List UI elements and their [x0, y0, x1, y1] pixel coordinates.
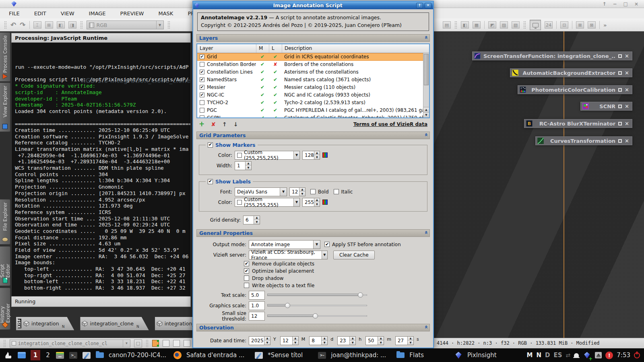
- spin-up-icon[interactable]: ▲: [350, 337, 355, 341]
- slider-thumb[interactable]: [313, 313, 318, 319]
- chevron-down-icon[interactable]: ▼: [313, 241, 320, 249]
- chevron-down-icon[interactable]: ▼: [293, 198, 299, 206]
- process-window-photometriccolorcalibration[interactable]: PhotometricColorCalibration ✕: [518, 85, 632, 94]
- section-layers[interactable]: Layers »: [196, 34, 430, 42]
- general-checkbox[interactable]: [244, 276, 249, 281]
- menu-image[interactable]: IMAGE: [89, 10, 106, 16]
- label-color-dropdown[interactable]: Custom (255,255,255) ▼: [235, 198, 300, 207]
- dialog-close-icon[interactable]: ✕: [425, 3, 431, 8]
- menu-edit[interactable]: EDIT: [34, 10, 46, 16]
- restore-icon[interactable]: [618, 71, 622, 75]
- close-all-views-icon[interactable]: ⊠: [588, 21, 596, 29]
- close-icon[interactable]: ✕: [625, 138, 629, 144]
- folder-icon[interactable]: [95, 351, 104, 360]
- spin-down-icon[interactable]: ▼: [293, 341, 298, 345]
- section-grid-parameters[interactable]: Grid Parameters »: [196, 132, 430, 139]
- spin-down-icon[interactable]: ▼: [322, 341, 327, 345]
- chevron-down-icon[interactable]: ▼: [123, 340, 130, 347]
- spin-up-icon[interactable]: ▲: [246, 162, 251, 166]
- color-picker-icon[interactable]: [322, 152, 328, 158]
- marker-color-dropdown[interactable]: Custom (255,255,255) ▼: [235, 151, 300, 160]
- tray-letter-n[interactable]: N: [537, 352, 542, 359]
- text-scale-slider[interactable]: [267, 292, 367, 298]
- color-depth-24-icon[interactable]: 24: [545, 21, 553, 29]
- spin-down-icon[interactable]: ▼: [246, 166, 251, 170]
- close-icon[interactable]: ×: [634, 1, 638, 7]
- layer-checkbox[interactable]: [200, 115, 204, 117]
- workspace-thumb-1[interactable]: [152, 340, 159, 347]
- fit-window-icon[interactable]: ⊡: [560, 21, 568, 29]
- menu-preview[interactable]: PREVIEW: [120, 10, 144, 16]
- view-selector[interactable]: integration_clone_clone_clone_cl ▼: [10, 339, 130, 348]
- spin-down-icon[interactable]: ▼: [408, 341, 413, 345]
- second-spinner[interactable]: 27▲▼: [395, 336, 414, 345]
- remove-mask-icon[interactable]: ▦: [473, 21, 481, 29]
- day-spinner[interactable]: 8▲▼: [309, 336, 328, 345]
- layer-checkbox[interactable]: [200, 54, 204, 59]
- spin-up-icon[interactable]: ▲: [408, 337, 413, 341]
- spin-down-icon[interactable]: ▼: [378, 341, 384, 345]
- layer-row[interactable]: NGC-IC✔✔NGC and IC catalogs (9933 object…: [197, 91, 423, 99]
- toolbar-grip[interactable]: [454, 21, 457, 29]
- toolbar-grip[interactable]: [4, 21, 7, 29]
- process-window-scnr[interactable]: SCNR ✕: [580, 102, 632, 111]
- sidebar-item-script-editor[interactable]: Script Editor: [0, 246, 10, 286]
- pixinsight-updates-tray-icon[interactable]: [582, 351, 591, 360]
- vizier-terms-link[interactable]: Terms of use of VizieR data: [353, 121, 427, 127]
- close-icon[interactable]: ✕: [625, 70, 629, 76]
- minimize-icon[interactable]: −: [613, 1, 617, 7]
- task-firefox[interactable]: Safata d'entrada ...: [186, 352, 244, 359]
- restore-icon[interactable]: [618, 139, 622, 143]
- collapse-section-icon[interactable]: »: [422, 134, 429, 136]
- image-tab-integration[interactable]: XISF integration N: [16, 317, 74, 330]
- graphics-scale-slider[interactable]: [267, 303, 367, 309]
- scroll-up-icon[interactable]: ▲: [423, 107, 429, 112]
- toolbar-overflow-icon[interactable]: »: [603, 23, 607, 28]
- task-folder2[interactable]: Flats: [409, 352, 424, 359]
- tray-keyboard-layout[interactable]: ES: [554, 352, 562, 359]
- slider-thumb[interactable]: [285, 303, 290, 308]
- folder-icon[interactable]: [396, 351, 405, 360]
- marker-alpha-spinner[interactable]: 128 ▲▼: [302, 151, 320, 160]
- menu-file[interactable]: FILE: [9, 10, 20, 16]
- layer-row[interactable]: CGPN✔✔Catalogue of Galactic Planetar...K…: [197, 114, 423, 117]
- spin-up-icon[interactable]: ▲: [314, 151, 320, 156]
- close-icon[interactable]: ✕: [625, 104, 629, 109]
- pixinsight-task-icon[interactable]: [454, 351, 463, 360]
- grid-density-spinner[interactable]: 6 ▲▼: [243, 216, 260, 224]
- label-alpha-spinner[interactable]: 255 ▲▼: [302, 198, 320, 207]
- layer-row[interactable]: Constellation Borders✔✘Borders of the co…: [197, 61, 423, 68]
- hour-spinner[interactable]: 23▲▼: [337, 336, 356, 345]
- color-picker-icon[interactable]: [322, 200, 328, 205]
- task-editor[interactable]: *Sense títol: [268, 352, 303, 359]
- menu-mask[interactable]: MASK: [158, 10, 173, 16]
- redo-icon[interactable]: ↷: [20, 22, 25, 29]
- duplicate-left-icon[interactable]: ◧: [57, 21, 65, 29]
- general-checkbox[interactable]: [244, 261, 249, 266]
- section-general-properties[interactable]: General Properties »: [196, 229, 430, 237]
- text-scale-input[interactable]: 5.0: [249, 291, 265, 300]
- invert-mask-icon[interactable]: ◩: [488, 21, 496, 29]
- year-spinner[interactable]: 2025▲▼: [249, 336, 270, 345]
- close-icon[interactable]: ✕: [625, 53, 629, 59]
- spin-up-icon[interactable]: ▲: [254, 216, 260, 220]
- layer-row[interactable]: TYCHO-2✔✔Tycho-2 catalog (2,539,913 star…: [197, 99, 423, 107]
- toolbar-grip[interactable]: [167, 21, 170, 29]
- workspace-thumb-4[interactable]: [184, 340, 190, 347]
- font-size-spinner[interactable]: 12 ▲▼: [289, 187, 305, 196]
- bottombar-grip[interactable]: [146, 339, 149, 348]
- restore-icon[interactable]: [618, 105, 622, 108]
- font-dropdown[interactable]: DejaVu Sans ▼: [235, 187, 287, 196]
- bold-checkbox[interactable]: [310, 189, 316, 194]
- console-output[interactable]: RGB 1:6 integration_clone_clone_c run --…: [11, 43, 191, 296]
- process-window-curvestransformation[interactable]: CurvesTransformation ✕: [535, 136, 632, 145]
- scroll-down-icon[interactable]: ▼: [423, 112, 429, 117]
- sidebar-item-file-explorer[interactable]: File Explorer: [0, 199, 10, 245]
- view-mode-button[interactable]: □: [134, 339, 142, 348]
- close-icon[interactable]: ✕: [625, 87, 629, 93]
- small-threshold-slider[interactable]: [267, 313, 367, 319]
- archive-app-icon[interactable]: [56, 351, 64, 360]
- layers-table[interactable]: Layer M L Description Grid✔✔Grid in ICRS…: [196, 43, 430, 118]
- new-preview-icon[interactable]: ⊞: [45, 21, 53, 29]
- duplicate-right-icon[interactable]: ◨: [68, 21, 76, 29]
